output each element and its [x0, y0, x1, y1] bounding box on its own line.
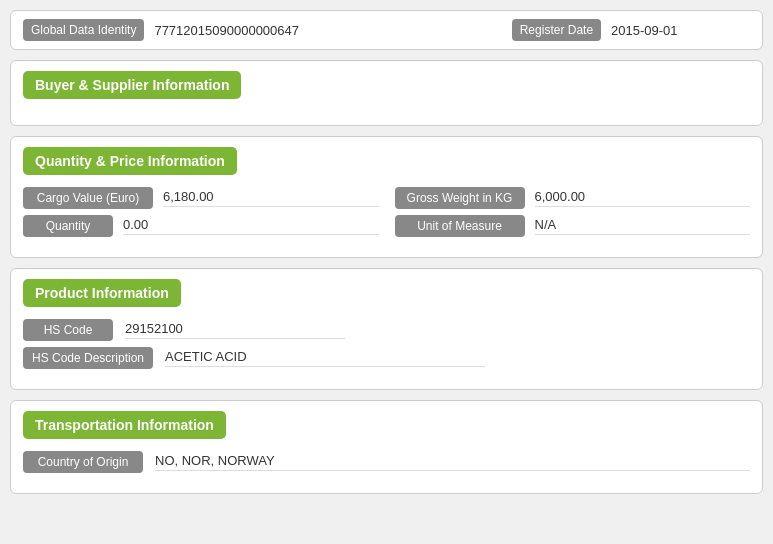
register-date-value: 2015-09-01	[611, 23, 750, 38]
global-data-row: Global Data Identity 7771201509000000064…	[10, 10, 763, 50]
hs-code-row: HS Code 29152100	[23, 319, 750, 341]
transportation-section: Transportation Information Country of Or…	[10, 400, 763, 494]
hs-code-label: HS Code	[23, 319, 113, 341]
product-section: Product Information HS Code 29152100 HS …	[10, 268, 763, 390]
unit-of-measure-value: N/A	[535, 217, 751, 235]
hs-code-desc-row: HS Code Description ACETIC ACID	[23, 347, 750, 369]
transportation-title: Transportation Information	[23, 411, 226, 439]
quantity-field: Quantity 0.00	[23, 215, 379, 237]
unit-of-measure-field: Unit of Measure N/A	[395, 215, 751, 237]
cargo-value-value: 6,180.00	[163, 189, 379, 207]
gross-weight-value: 6,000.00	[535, 189, 751, 207]
quantity-uom-row: Quantity 0.00 Unit of Measure N/A	[23, 215, 750, 237]
page-wrapper: Global Data Identity 7771201509000000064…	[10, 10, 763, 494]
global-data-identity-label: Global Data Identity	[23, 19, 144, 41]
quantity-uom-group: Quantity 0.00 Unit of Measure N/A	[23, 215, 750, 237]
global-data-identity-value: 77712015090000000647	[154, 23, 501, 38]
cargo-gross-row: Cargo Value (Euro) 6,180.00 Gross Weight…	[23, 187, 750, 209]
hs-code-value: 29152100	[125, 321, 345, 339]
country-of-origin-label: Country of Origin	[23, 451, 143, 473]
gross-weight-label: Gross Weight in KG	[395, 187, 525, 209]
quantity-value: 0.00	[123, 217, 379, 235]
quantity-label: Quantity	[23, 215, 113, 237]
product-title: Product Information	[23, 279, 181, 307]
register-date-label: Register Date	[512, 19, 601, 41]
hs-code-desc-label: HS Code Description	[23, 347, 153, 369]
country-of-origin-row: Country of Origin NO, NOR, NORWAY	[23, 451, 750, 473]
country-of-origin-value: NO, NOR, NORWAY	[155, 453, 750, 471]
cargo-value-label: Cargo Value (Euro)	[23, 187, 153, 209]
buyer-supplier-section: Buyer & Supplier Information	[10, 60, 763, 126]
cargo-gross-group: Cargo Value (Euro) 6,180.00 Gross Weight…	[23, 187, 750, 209]
gross-weight-field: Gross Weight in KG 6,000.00	[395, 187, 751, 209]
buyer-supplier-title: Buyer & Supplier Information	[23, 71, 241, 99]
quantity-price-title: Quantity & Price Information	[23, 147, 237, 175]
hs-code-desc-value: ACETIC ACID	[165, 349, 485, 367]
quantity-price-section: Quantity & Price Information Cargo Value…	[10, 136, 763, 258]
cargo-value-field: Cargo Value (Euro) 6,180.00	[23, 187, 379, 209]
unit-of-measure-label: Unit of Measure	[395, 215, 525, 237]
